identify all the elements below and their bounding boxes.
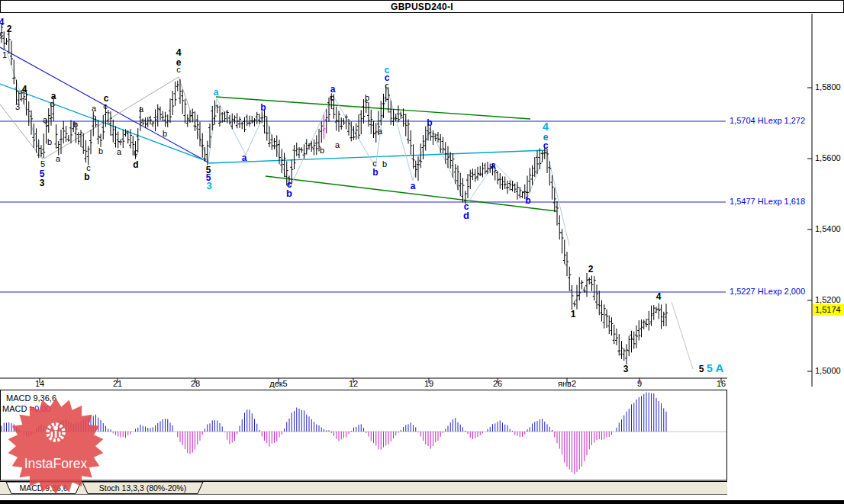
wave-label-b: b: [372, 167, 378, 178]
y-axis-label: 1,5600: [815, 153, 841, 163]
wave-label-d: d: [463, 210, 469, 221]
x-axis-label: 16: [717, 379, 726, 389]
title-bar: GBPUSD240-I: [0, 0, 844, 13]
wave-label-c: c: [385, 81, 389, 90]
wave-label-4: 4: [656, 291, 662, 302]
wave-label-1: 1: [571, 309, 576, 319]
wave-labels: 4c2143acab553abaccbcbacdab4ec553abacbacb…: [0, 17, 724, 374]
wave-label-b: b: [382, 159, 387, 169]
y-axis-label: 1,5800: [815, 82, 841, 92]
wave-label-a: a: [335, 140, 340, 149]
wave-label-5: 5: [40, 159, 45, 169]
y-axis-label: 1,5200: [815, 295, 841, 305]
wave-label-a: a: [117, 147, 122, 156]
wave-label-c: c: [134, 147, 138, 156]
x-axis-label: 28: [191, 379, 200, 389]
x-axis-label: 19: [424, 379, 433, 389]
wave-label-b: b: [365, 93, 369, 102]
bottom-strip: [0, 500, 844, 504]
wave-label-A: A: [716, 361, 724, 374]
gray-projection: [672, 302, 693, 369]
wave-label-c: c: [176, 65, 181, 74]
y-axis-label: 1,5000: [815, 366, 841, 376]
wave-label-d: d: [133, 159, 138, 170]
wave-label-3: 3: [623, 364, 629, 374]
chart-canvas: 4c2143acab553abaccbcbacdab4ec553abacbacb…: [0, 0, 844, 504]
wave-label-a: a: [92, 104, 97, 113]
wave-label-a: a: [491, 160, 496, 171]
wave-label-4: 4: [176, 47, 182, 58]
x-axis-label: 12: [349, 379, 358, 389]
wave-label-5: 5: [699, 364, 704, 374]
x-axis-label: янв2: [558, 379, 576, 389]
wave-label-b: b: [98, 146, 103, 156]
wave-label-3: 3: [40, 178, 45, 188]
wave-label-a: a: [214, 87, 219, 98]
wave-label-c: c: [103, 101, 108, 111]
wave-label-b: b: [73, 120, 78, 129]
wave-label-3: 3: [15, 102, 20, 111]
wave-label-1: 1: [2, 50, 7, 59]
horizontal-levels: [0, 121, 726, 292]
candlestick-bars: [0, 24, 668, 364]
wave-label-b: b: [286, 188, 292, 199]
wave-label-b: b: [163, 129, 167, 138]
wave-label-a: a: [242, 152, 247, 163]
wave-label-2: 2: [7, 24, 12, 34]
x-axis-label: 14: [35, 379, 44, 389]
wave-label-3: 3: [206, 180, 211, 191]
wave-label-5: 5: [707, 362, 713, 374]
wave-label-a: a: [411, 181, 416, 191]
current-price-tag: 1,5174: [813, 304, 844, 316]
wave-label-a: a: [139, 104, 144, 114]
wave-label-b: b: [427, 117, 432, 128]
x-axis-label: дек5: [269, 379, 287, 389]
wave-label-a: a: [378, 127, 383, 136]
wave-label-b: b: [525, 195, 530, 206]
logo-starburst: [8, 398, 104, 494]
wave-label-b: b: [84, 172, 89, 182]
level-label: 1,5227 HLexp 2,000: [730, 287, 805, 297]
wave-label-c: c: [0, 29, 4, 38]
wave-label-b: b: [320, 146, 324, 155]
wave-label-c: c: [50, 99, 54, 108]
wave-label-4: 4: [0, 17, 5, 27]
x-axis-label: 21: [113, 379, 122, 389]
wave-label-a: a: [43, 115, 48, 124]
level-label: 1,5704 HLexp 1,272: [730, 116, 805, 126]
chart-window: 4c2143acab553abaccbcbacdab4ec553abacbacb…: [0, 0, 844, 504]
logo-text: InstaForex: [24, 456, 88, 471]
chart-title: GBPUSD240-I: [391, 2, 453, 12]
wave-label-a: a: [56, 154, 61, 163]
x-axis-label: 26: [493, 379, 502, 389]
wave-label-c: c: [330, 93, 334, 102]
wave-label-4: 4: [543, 120, 549, 133]
wave-label-2: 2: [588, 264, 594, 274]
x-axis-label: 9: [637, 379, 642, 389]
bottom-gap: [0, 495, 844, 500]
wave-label-b: b: [47, 137, 52, 146]
instaforex-logo: InstaForex: [2, 395, 113, 502]
y-axis-label: 1,5400: [815, 224, 841, 234]
chart-frame: [0, 14, 812, 480]
wave-label-c: c: [543, 140, 549, 151]
wave-label-b: b: [260, 102, 266, 113]
wave-label-4: 4: [22, 84, 27, 95]
level-label: 1,5477 HLexp 1,618: [730, 197, 805, 207]
